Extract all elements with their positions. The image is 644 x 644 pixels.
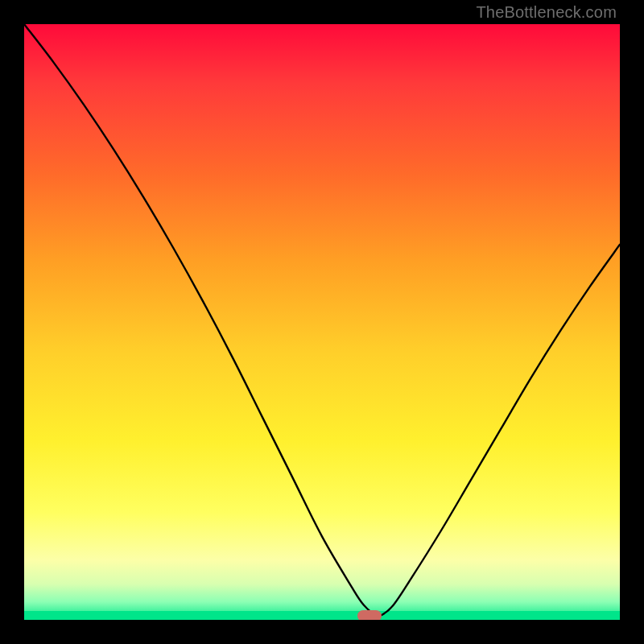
curve-layer: [24, 24, 620, 620]
bottleneck-curve: [24, 24, 620, 617]
chart-frame: TheBottleneck.com: [0, 0, 644, 644]
plot-area: [24, 24, 620, 620]
optimal-marker: [357, 610, 382, 620]
watermark-text: TheBottleneck.com: [476, 3, 617, 22]
